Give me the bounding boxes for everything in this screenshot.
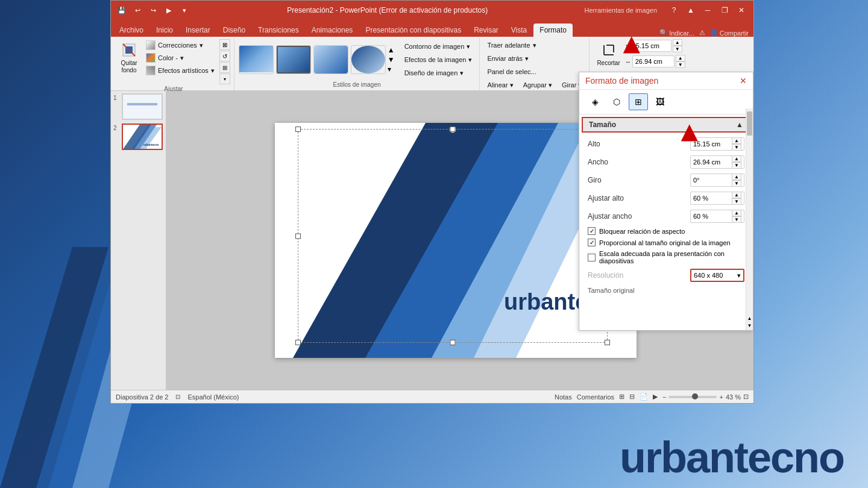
- zoom-out[interactable]: −: [662, 393, 666, 401]
- slide-preview-1[interactable]: [122, 93, 163, 120]
- tab-presentacion[interactable]: Presentación con diapositivas: [359, 23, 467, 37]
- slide-preview-2[interactable]: urbantecno: [122, 124, 163, 150]
- diseno-imagen-button[interactable]: Diseño de imagen ▾: [401, 67, 476, 79]
- help-button[interactable]: ?: [667, 4, 681, 16]
- accessibility-icon[interactable]: ⊡: [175, 393, 180, 400]
- tab-insertar[interactable]: Insertar: [180, 23, 216, 37]
- indicar-button[interactable]: 🔍 Indicar...: [659, 29, 694, 37]
- panel-seleccion-button[interactable]: Panel de selec...: [483, 66, 539, 78]
- reading-view[interactable]: 📄: [640, 393, 648, 401]
- ancho-input[interactable]: 26.94 cm ▲ ▼: [690, 155, 744, 169]
- efectos-artisticos-label: Efectos artísticos: [158, 67, 209, 74]
- close-button[interactable]: ✕: [734, 4, 749, 16]
- tab-revisar[interactable]: Revisar: [468, 23, 505, 37]
- format-icon-size[interactable]: ⊞: [629, 93, 648, 110]
- ajustar-ancho-input[interactable]: 60 % ▲ ▼: [690, 210, 744, 223]
- agrupar-button[interactable]: Agrupar ▾: [520, 79, 556, 91]
- save-button[interactable]: 💾: [116, 4, 128, 16]
- ajustar-alto-down[interactable]: ▼: [732, 198, 741, 205]
- tab-vista[interactable]: Vista: [505, 23, 533, 37]
- format-panel-close[interactable]: ✕: [740, 76, 747, 86]
- checkbox-escala[interactable]: [588, 254, 596, 261]
- extra3-btn[interactable]: ⊞: [219, 62, 230, 73]
- compartir-button[interactable]: 👤 Compartir: [710, 29, 749, 37]
- style3-button[interactable]: [313, 45, 348, 74]
- alto-down[interactable]: ▼: [732, 144, 741, 151]
- correcciones-button[interactable]: Correcciones ▾: [142, 39, 218, 51]
- redo-button[interactable]: ↪: [147, 4, 159, 16]
- giro-down[interactable]: ▼: [732, 180, 741, 187]
- panel-scroll-thumb[interactable]: [747, 111, 752, 136]
- dropdown4-btn[interactable]: ▾: [219, 74, 230, 84]
- panel-scroll-down[interactable]: ▼: [746, 322, 753, 329]
- efectos-artisticos-icon: [146, 66, 156, 75]
- compress-icon-btn[interactable]: ⊠: [219, 39, 230, 50]
- resolution-select[interactable]: 640 x 480 ▾: [690, 269, 744, 282]
- width-up[interactable]: ▲: [676, 55, 685, 61]
- slide-thumb-2[interactable]: 2 urbantecno: [113, 124, 163, 150]
- grid-view[interactable]: ⊟: [629, 393, 635, 401]
- panel-scrollbar[interactable]: ▲ ▼: [746, 108, 753, 330]
- quitar-fondo-button[interactable]: Quitarfondo: [117, 39, 141, 77]
- bottom-brand-text: urbantecno: [620, 433, 844, 482]
- efectos-artisticos-button[interactable]: Efectos artísticos ▾: [142, 64, 218, 77]
- diseno-imagen-dropdown: ▾: [460, 69, 464, 77]
- alinear-button[interactable]: Alinear ▾: [483, 79, 517, 91]
- style2-button[interactable]: [276, 45, 311, 74]
- zoom-in[interactable]: +: [719, 393, 723, 401]
- tab-diseno[interactable]: Diseño: [217, 23, 251, 37]
- zoom-slider[interactable]: [668, 396, 717, 398]
- reset-icon-btn[interactable]: ↺: [219, 51, 230, 61]
- ribbon-collapse-button[interactable]: ▲: [684, 4, 698, 16]
- color-button[interactable]: Color - ▾: [142, 52, 218, 64]
- undo-button[interactable]: ↩: [131, 4, 143, 16]
- tamanio-section-header[interactable]: Tamaño ▲: [582, 117, 750, 133]
- style4-button[interactable]: [351, 45, 386, 74]
- slide-thumb-1[interactable]: 1: [113, 93, 163, 120]
- slideshow-view[interactable]: ▶: [653, 393, 658, 401]
- qat-dropdown[interactable]: ▾: [178, 4, 190, 16]
- slideshow-button[interactable]: ▶: [163, 4, 175, 16]
- enviar-atras-button[interactable]: Enviar atrás ▾: [483, 52, 532, 64]
- normal-view[interactable]: ⊞: [619, 393, 624, 401]
- traer-adelante-button[interactable]: Traer adelante ▾: [483, 39, 539, 51]
- comentarios-button[interactable]: Comentarios: [577, 393, 614, 401]
- tab-archivo[interactable]: Archivo: [113, 23, 149, 37]
- ajustar-alto-up[interactable]: ▲: [732, 192, 741, 198]
- style1-button[interactable]: [239, 45, 274, 74]
- tab-animaciones[interactable]: Animaciones: [306, 23, 359, 37]
- format-icon-effects[interactable]: ◈: [585, 93, 605, 110]
- fit-button[interactable]: ⊡: [743, 393, 749, 401]
- format-icon-shape[interactable]: ⬡: [607, 93, 626, 110]
- styles-more[interactable]: ▾: [388, 65, 395, 74]
- width-down[interactable]: ▼: [676, 61, 685, 68]
- efectos-imagen-button[interactable]: Efectos de la imagen ▾: [401, 54, 476, 66]
- ajustar-alto-input[interactable]: 60 % ▲ ▼: [690, 192, 744, 205]
- height-down[interactable]: ▼: [673, 46, 682, 52]
- alto-up[interactable]: ▲: [732, 137, 741, 144]
- recortar-icon: [600, 42, 617, 58]
- tab-formato[interactable]: Formato: [533, 23, 573, 37]
- ancho-down[interactable]: ▼: [732, 162, 741, 169]
- ancho-up[interactable]: ▲: [732, 155, 741, 162]
- minimize-button[interactable]: ─: [700, 4, 715, 16]
- tab-inicio[interactable]: Inicio: [150, 23, 179, 37]
- tab-transiciones[interactable]: Transiciones: [252, 23, 305, 37]
- notas-button[interactable]: Notas: [555, 393, 572, 401]
- ajustar-ancho-spin: ▲ ▼: [732, 210, 741, 223]
- format-icon-image[interactable]: 🖼: [650, 93, 670, 110]
- ajustar-ancho-up[interactable]: ▲: [732, 210, 741, 216]
- giro-up[interactable]: ▲: [732, 174, 741, 180]
- styles-down[interactable]: ▼: [388, 55, 395, 64]
- styles-up[interactable]: ▲: [388, 46, 395, 54]
- restore-button[interactable]: ❐: [717, 4, 732, 16]
- panel-scroll-up[interactable]: ▲: [746, 314, 753, 322]
- checkbox-proporcional[interactable]: ✓: [588, 239, 596, 246]
- checkbox-bloquear[interactable]: ✓: [588, 227, 596, 235]
- giro-input[interactable]: 0° ▲ ▼: [690, 174, 744, 187]
- ajustar-ancho-down[interactable]: ▼: [732, 216, 741, 223]
- status-bar: Diapositiva 2 de 2 ⊡ Español (México) No…: [111, 390, 753, 403]
- contorno-button[interactable]: Contorno de imagen ▾: [401, 40, 476, 52]
- tamanio-collapse-icon: ▲: [736, 120, 743, 129]
- height-up[interactable]: ▲: [673, 39, 682, 46]
